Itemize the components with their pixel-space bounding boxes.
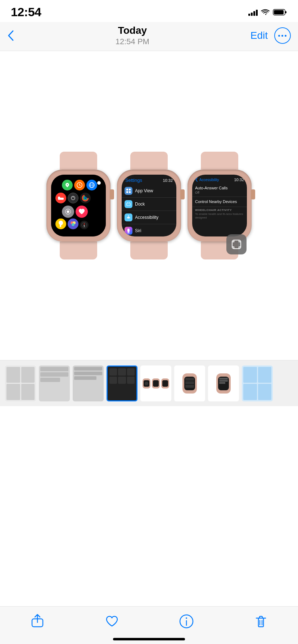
hearing-icon bbox=[55, 218, 66, 229]
status-bar: 12:54 bbox=[0, 0, 298, 22]
watch2-wrapper: Settings 10:32 bbox=[117, 152, 181, 259]
settings-item-siri: Siri bbox=[122, 224, 176, 236]
svg-point-17 bbox=[67, 211, 69, 213]
acc-section-title: WHEELCHAIR ACTIVITY bbox=[195, 208, 244, 212]
small-icon bbox=[68, 193, 78, 203]
app5-icon bbox=[68, 218, 78, 229]
watch1-screen bbox=[51, 175, 106, 236]
acc-section: WHEELCHAIR ACTIVITY To enable health and… bbox=[192, 207, 247, 221]
svg-rect-25 bbox=[129, 189, 131, 190]
dock-label: Dock bbox=[135, 202, 145, 207]
thumbnail-7[interactable] bbox=[208, 365, 239, 401]
appview-icon bbox=[125, 187, 132, 195]
accessibility-icon bbox=[125, 213, 132, 221]
watch1-wrapper bbox=[46, 152, 110, 259]
activity-icon bbox=[80, 193, 91, 203]
thumbnail-3[interactable] bbox=[73, 365, 104, 401]
thumb-watch1 bbox=[143, 378, 150, 388]
watch2-body: Settings 10:32 bbox=[117, 170, 181, 242]
edit-button[interactable]: Edit bbox=[250, 30, 268, 41]
settings-time: 10:32 bbox=[163, 178, 173, 183]
settings-item-dock: Dock bbox=[122, 198, 176, 211]
thumb-watch2 bbox=[152, 378, 160, 388]
screenshot-button[interactable] bbox=[226, 234, 247, 254]
settings-screen: Settings 10:32 bbox=[122, 175, 176, 236]
svg-rect-36 bbox=[232, 240, 241, 249]
settings-title: Settings bbox=[125, 178, 142, 183]
thumbnail-4[interactable] bbox=[107, 365, 137, 401]
watch3-body: Accessibility 10:32 Auto-Answer Calls Of… bbox=[188, 170, 252, 242]
watch3-wrapper: Accessibility 10:32 Auto-Answer Calls Of… bbox=[188, 152, 252, 259]
siri-label: Siri bbox=[135, 228, 141, 233]
settings-item-appview: App View bbox=[122, 184, 176, 198]
thumb-watch3 bbox=[161, 378, 169, 388]
crown bbox=[110, 189, 114, 199]
bed-icon bbox=[55, 193, 66, 203]
thumbnail-6[interactable] bbox=[174, 365, 205, 401]
delete-button[interactable] bbox=[253, 613, 269, 630]
nav-bar: Today 12:54 PM Edit bbox=[0, 22, 298, 51]
acc-autocalls-title: Auto-Answer Calls bbox=[195, 185, 244, 190]
favorite-button[interactable] bbox=[104, 613, 120, 630]
watches-row: Settings 10:32 bbox=[46, 152, 252, 259]
thumbnail-1[interactable] bbox=[5, 365, 36, 401]
share-button[interactable] bbox=[29, 613, 46, 630]
watch2-screen: Settings 10:32 bbox=[122, 175, 176, 236]
status-icons bbox=[248, 8, 287, 16]
thumb-single-watch bbox=[182, 373, 197, 394]
acc-back-label: Accessibility bbox=[199, 178, 219, 182]
settings-item-accessibility: Accessibility bbox=[122, 211, 176, 224]
accessibility-label: Accessibility bbox=[135, 215, 158, 220]
svg-rect-24 bbox=[126, 189, 128, 190]
thumbnail-2[interactable] bbox=[39, 365, 70, 401]
nav-title: Today bbox=[116, 25, 149, 36]
signal-icon bbox=[248, 9, 258, 16]
thumbnail-strip[interactable] bbox=[0, 360, 298, 406]
thumbnail-5[interactable] bbox=[140, 365, 171, 401]
watch2-header: Settings 10:32 bbox=[122, 175, 176, 184]
main-content: Settings 10:32 bbox=[0, 51, 298, 360]
back-button[interactable] bbox=[7, 29, 14, 42]
crown2 bbox=[180, 189, 185, 199]
home-indicator bbox=[113, 638, 185, 640]
maps-icon bbox=[62, 180, 73, 190]
svg-rect-28 bbox=[127, 203, 130, 206]
health-icon bbox=[76, 206, 88, 218]
crown3 bbox=[251, 189, 255, 199]
acc-back: Accessibility bbox=[195, 178, 219, 182]
watch3-screen: Accessibility 10:32 Auto-Answer Calls Of… bbox=[192, 175, 247, 236]
svg-line-32 bbox=[127, 217, 127, 218]
appview-label: App View bbox=[135, 188, 153, 193]
settings-icon bbox=[62, 206, 74, 218]
svg-marker-22 bbox=[83, 223, 85, 225]
more-button[interactable] bbox=[274, 27, 291, 44]
wifi-icon bbox=[261, 9, 270, 16]
acc-section-desc: To enable health and fit-ness features d… bbox=[195, 212, 244, 220]
more-icon bbox=[278, 35, 286, 37]
battery-icon bbox=[273, 8, 287, 16]
nav-title-group: Today 12:54 PM bbox=[116, 25, 149, 46]
info-button[interactable] bbox=[178, 613, 195, 630]
globe-icon bbox=[86, 180, 97, 190]
acc-item-autocalls: Auto-Answer Calls Off bbox=[192, 183, 247, 197]
svg-rect-27 bbox=[129, 191, 131, 193]
acc-autocalls-subtitle: Off bbox=[195, 191, 244, 194]
siri-icon bbox=[125, 227, 132, 235]
watch1-body bbox=[46, 170, 110, 242]
svg-marker-23 bbox=[83, 225, 85, 227]
compass-icon bbox=[80, 221, 89, 229]
svg-point-31 bbox=[128, 216, 129, 217]
status-time: 12:54 bbox=[11, 5, 41, 19]
acc-time: 10:32 bbox=[234, 178, 244, 182]
nav-subtitle: 12:54 PM bbox=[116, 37, 149, 46]
dot-icon bbox=[97, 181, 101, 185]
svg-line-33 bbox=[130, 217, 130, 218]
acc-header: Accessibility 10:32 bbox=[192, 175, 247, 183]
thumbnail-8[interactable] bbox=[242, 365, 273, 401]
svg-point-20 bbox=[72, 223, 74, 226]
settings-list: App View bbox=[122, 184, 176, 236]
svg-rect-2 bbox=[274, 10, 284, 14]
svg-point-3 bbox=[67, 184, 68, 185]
svg-line-6 bbox=[80, 185, 81, 186]
svg-rect-1 bbox=[285, 11, 286, 13]
